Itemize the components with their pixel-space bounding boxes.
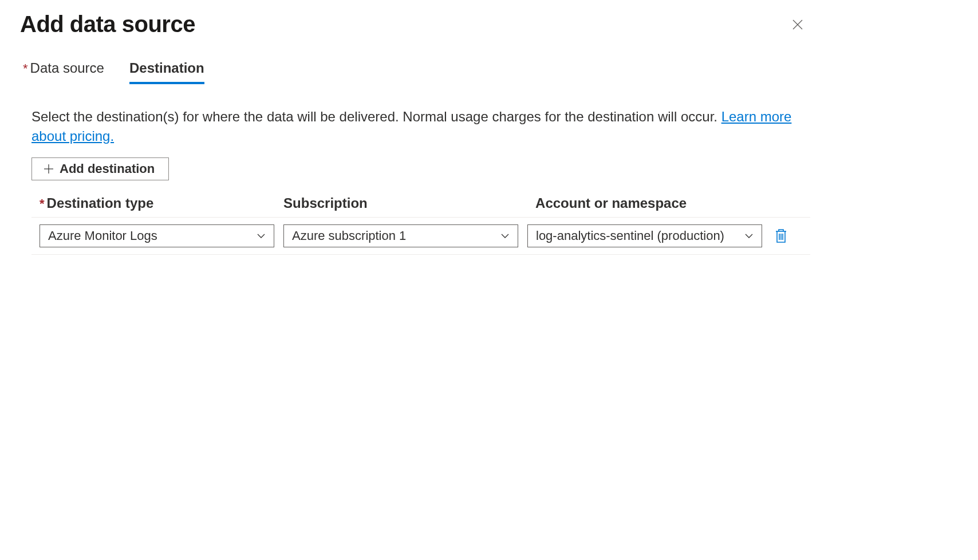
destination-table: *Destination type Subscription Account o… <box>31 192 810 255</box>
tab-data-source-label: Data source <box>30 60 104 76</box>
delete-row-button[interactable] <box>771 226 791 246</box>
subscription-select[interactable]: Azure subscription 1 <box>283 224 518 247</box>
add-destination-label: Add destination <box>60 161 155 176</box>
tab-destination-label: Destination <box>129 60 204 76</box>
th-destination-type-label: Destination type <box>47 195 154 211</box>
plus-icon <box>44 164 54 174</box>
account-namespace-select[interactable]: log-analytics-sentinel (production) <box>527 224 762 247</box>
chevron-down-icon <box>257 231 266 240</box>
description-text: Select the destination(s) for where the … <box>31 107 810 146</box>
tab-data-source[interactable]: *Data source <box>23 60 104 84</box>
destination-type-select[interactable]: Azure Monitor Logs <box>40 224 274 247</box>
add-destination-button[interactable]: Add destination <box>31 157 169 180</box>
close-button[interactable] <box>786 13 809 36</box>
description-before: Select the destination(s) for where the … <box>31 109 721 124</box>
table-row: Azure Monitor Logs Azure subscription 1 … <box>31 218 810 255</box>
trash-icon <box>774 228 788 244</box>
chevron-down-icon <box>744 231 754 240</box>
chevron-down-icon <box>500 231 510 240</box>
th-account-namespace: Account or namespace <box>535 195 778 211</box>
tabs: *Data source Destination <box>20 60 958 84</box>
destination-type-value: Azure Monitor Logs <box>48 228 157 243</box>
account-namespace-value: log-analytics-sentinel (production) <box>536 228 724 243</box>
required-asterisk: * <box>40 196 45 211</box>
table-header: *Destination type Subscription Account o… <box>31 192 810 218</box>
required-asterisk: * <box>23 61 28 76</box>
page-title: Add data source <box>20 11 195 37</box>
th-destination-type: *Destination type <box>31 195 274 211</box>
close-icon <box>791 18 805 31</box>
th-subscription: Subscription <box>283 195 526 211</box>
subscription-value: Azure subscription 1 <box>292 228 406 243</box>
tab-destination[interactable]: Destination <box>129 60 204 84</box>
